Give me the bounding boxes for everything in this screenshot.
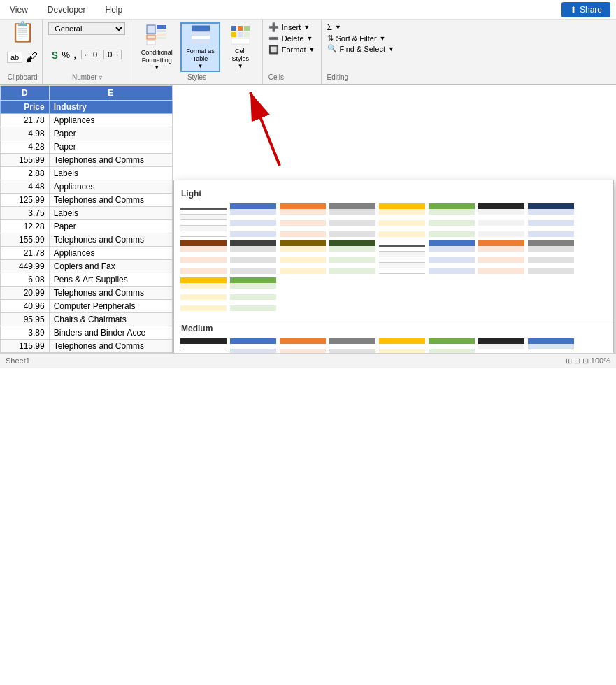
price-cell[interactable]: 449.99	[1, 259, 50, 273]
format-as-table-button[interactable]: Format as Table ▼	[180, 22, 220, 72]
price-cell[interactable]: 115.99	[1, 339, 50, 352]
table-style-medium-1[interactable]	[180, 338, 227, 353]
table-style-light-7[interactable]	[478, 203, 525, 238]
dollar-icon[interactable]: $	[52, 49, 57, 61]
table-style-light-9[interactable]	[180, 240, 227, 275]
table-row: 6.08 Pens & Art Supplies	[1, 273, 173, 286]
industry-cell[interactable]: Computer Peripherals	[49, 299, 172, 312]
ab-icon[interactable]: ab	[7, 52, 22, 63]
svg-rect-16	[231, 32, 236, 37]
industry-cell[interactable]: Appliances	[49, 180, 172, 193]
industry-cell[interactable]: Telephones and Comms	[49, 286, 172, 299]
table-style-medium-8[interactable]	[527, 338, 575, 353]
price-cell[interactable]: 125.99	[1, 193, 50, 206]
industry-cell[interactable]: Telephones and Comms	[49, 193, 172, 206]
table-style-medium-5[interactable]	[378, 338, 426, 353]
table-style-light-10[interactable]	[229, 240, 277, 275]
delete-button[interactable]: ➖ Delete ▼	[268, 34, 315, 43]
clipboard-label: Clipboard	[8, 73, 38, 81]
table-style-light-3[interactable]	[279, 203, 327, 238]
industry-cell[interactable]: Binders and Binder Acce	[49, 326, 172, 339]
table-style-light-14[interactable]	[428, 240, 475, 275]
medium-section-title: Medium	[174, 321, 613, 338]
number-format-select[interactable]: General	[48, 22, 125, 35]
svg-rect-8	[192, 31, 210, 35]
sheet-tab[interactable]: Sheet1	[6, 356, 30, 365]
price-cell[interactable]: 95.95	[1, 312, 50, 326]
menu-developer[interactable]: Developer	[43, 3, 90, 16]
industry-cell[interactable]: Chairs & Chairmats	[49, 312, 172, 326]
price-cell[interactable]: 3.89	[1, 326, 50, 339]
price-cell[interactable]: 4.98	[1, 127, 50, 140]
table-style-light-12[interactable]	[329, 240, 376, 275]
styles-group: Conditional Formatting ▼ Format as Table	[131, 20, 263, 84]
table-style-light-5[interactable]	[378, 203, 426, 238]
table-row: 12.28 Paper	[1, 219, 173, 233]
industry-cell[interactable]: Telephones and Comms	[49, 233, 172, 246]
industry-cell[interactable]: Appliances	[49, 113, 172, 127]
percent-icon[interactable]: %	[62, 50, 71, 60]
industry-cell[interactable]: Labels	[49, 206, 172, 219]
sort-filter-button[interactable]: ⇅ Sort & Filter ▼	[327, 34, 394, 43]
price-cell[interactable]: 4.48	[1, 180, 50, 193]
industry-cell[interactable]: Copiers and Fax	[49, 259, 172, 273]
table-style-medium-7[interactable]	[478, 338, 525, 353]
menu-view[interactable]: View	[6, 3, 32, 16]
table-style-light-18[interactable]	[229, 277, 277, 312]
price-cell[interactable]: 4.28	[1, 140, 50, 153]
table-style-light-17[interactable]	[180, 277, 227, 312]
price-cell[interactable]: 20.99	[1, 286, 50, 299]
table-style-light-4[interactable]	[329, 203, 376, 238]
format-button[interactable]: 🔲 Format ▼	[268, 45, 315, 55]
industry-cell[interactable]: Appliances	[49, 246, 172, 259]
insert-button[interactable]: ➕ Insert ▼	[268, 22, 315, 32]
format-icon: 🔲	[268, 45, 279, 55]
comma-icon[interactable]: ,	[74, 49, 77, 60]
svg-rect-7	[192, 26, 210, 31]
industry-cell[interactable]: Paper	[49, 140, 172, 153]
table-style-medium-6[interactable]	[428, 338, 475, 353]
paint-format-icon[interactable]: 🖌	[25, 50, 38, 65]
increase-decimal-icon[interactable]: .0→	[103, 50, 122, 59]
price-cell[interactable]: 6.08	[1, 273, 50, 286]
industry-cell[interactable]: Paper	[49, 219, 172, 233]
table-style-light-6[interactable]	[428, 203, 475, 238]
decrease-decimal-icon[interactable]: ←.0	[81, 50, 99, 59]
cell-styles-button[interactable]: Cell Styles ▼	[223, 24, 258, 71]
format-as-table-label: Format as Table	[186, 48, 215, 63]
share-button[interactable]: ⬆ Share	[561, 2, 610, 17]
table-style-light-13[interactable]	[378, 240, 426, 275]
table-style-light-8[interactable]	[527, 203, 575, 238]
price-cell[interactable]: 12.28	[1, 219, 50, 233]
price-cell[interactable]: 21.78	[1, 246, 50, 259]
table-style-medium-4[interactable]	[329, 338, 376, 353]
price-cell[interactable]: 155.99	[1, 153, 50, 166]
table-style-light-16[interactable]	[527, 240, 575, 275]
svg-rect-19	[231, 38, 250, 44]
table-style-medium-2[interactable]	[229, 338, 277, 353]
price-cell[interactable]: 21.78	[1, 113, 50, 127]
number-label[interactable]: Number ▿	[72, 73, 102, 81]
svg-rect-1	[147, 35, 155, 39]
find-select-button[interactable]: 🔍 Find & Select ▼	[327, 44, 394, 53]
paste-button[interactable]: 📋	[10, 22, 35, 42]
table-style-light-11[interactable]	[279, 240, 327, 275]
industry-cell[interactable]: Pens & Art Supplies	[49, 273, 172, 286]
menu-help[interactable]: Help	[101, 3, 127, 16]
industry-cell[interactable]: Paper	[49, 127, 172, 140]
price-cell[interactable]: 155.99	[1, 233, 50, 246]
table-style-medium-3[interactable]	[279, 338, 327, 353]
col-d-header: D	[1, 85, 50, 100]
industry-cell[interactable]: Telephones and Comms	[49, 153, 172, 166]
industry-cell[interactable]: Telephones and Comms	[49, 339, 172, 352]
sum-button[interactable]: Σ ▼	[327, 22, 394, 32]
table-style-light-2[interactable]	[229, 203, 277, 238]
price-cell[interactable]: 40.96	[1, 299, 50, 312]
number-expand-icon[interactable]: ▿	[99, 73, 102, 81]
price-cell[interactable]: 2.88	[1, 166, 50, 180]
price-cell[interactable]: 3.75	[1, 206, 50, 219]
industry-cell[interactable]: Labels	[49, 166, 172, 180]
conditional-formatting-button[interactable]: Conditional Formatting ▼	[136, 22, 178, 72]
table-style-light-15[interactable]	[478, 240, 525, 275]
table-style-light-1[interactable]	[180, 203, 227, 238]
